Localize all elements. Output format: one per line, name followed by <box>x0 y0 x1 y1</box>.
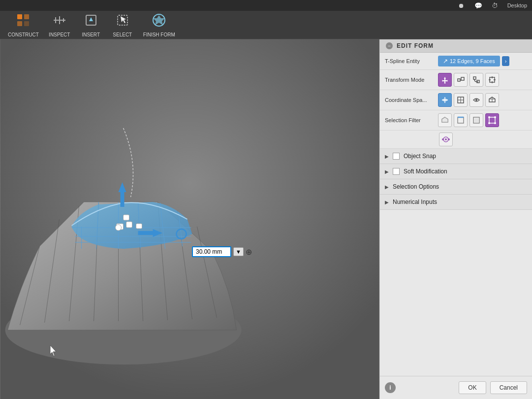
svg-point-77 <box>445 138 447 140</box>
object-snap-section[interactable]: ▶ Object Snap <box>380 149 532 164</box>
transform-scale-btn[interactable] <box>454 73 468 87</box>
svg-point-41 <box>116 225 122 231</box>
svg-point-73 <box>494 116 496 118</box>
tspline-entity-row: T-Spline Entity ↗ 12 Edges, 9 Faces › <box>380 53 532 70</box>
svg-marker-66 <box>442 117 448 122</box>
construct-label: CONSTRUCT <box>8 32 39 37</box>
cancel-button[interactable]: Cancel <box>490 381 527 394</box>
soft-modification-checkbox[interactable] <box>393 168 400 175</box>
svg-rect-70 <box>474 118 478 122</box>
measure-unit-dropdown[interactable]: ▼ <box>233 247 244 256</box>
selection-filter-extra-row <box>380 131 532 149</box>
svg-point-74 <box>494 122 496 124</box>
top-bar: ⏺ 💬 ⏱ Desktop <box>0 0 532 11</box>
inspect-icon <box>52 12 67 31</box>
svg-rect-39 <box>136 224 142 229</box>
tspline-value-text: 12 Edges, 9 Faces <box>450 58 495 64</box>
coord-custom-btn[interactable] <box>485 93 499 107</box>
object-snap-checkbox[interactable] <box>393 153 400 160</box>
panel-header: – EDIT FORM <box>380 39 532 53</box>
soft-modification-arrow: ▶ <box>385 169 389 174</box>
svg-point-75 <box>488 122 490 124</box>
object-snap-arrow: ▶ <box>385 154 389 159</box>
svg-rect-45 <box>461 77 464 80</box>
ok-button[interactable]: OK <box>459 381 486 394</box>
clock-icon[interactable]: ⏱ <box>491 1 500 10</box>
transform-move-btn[interactable] <box>438 73 452 87</box>
viewport[interactable]: 30.00 mm ▼ ⊕ <box>0 39 379 399</box>
selection-options-section[interactable]: ▶ Selection Options <box>380 179 532 195</box>
tspline-expand-button[interactable]: › <box>502 56 510 66</box>
finish-form-label: FINISH FORM <box>143 32 175 37</box>
selection-filter-row: Selection Filter <box>380 110 532 131</box>
selection-filter-label: Selection Filter <box>385 117 434 123</box>
transform-mode-row: Transform Mode <box>380 70 532 90</box>
tspline-controls: ↗ 12 Edges, 9 Faces › <box>438 56 509 66</box>
svg-rect-2 <box>17 21 22 26</box>
svg-marker-11 <box>121 16 126 23</box>
transform-mode-controls <box>438 73 499 87</box>
toolbar: CONSTRUCT INSPECT INSERT <box>0 11 532 39</box>
tspline-value-button[interactable]: ↗ 12 Edges, 9 Faces <box>438 56 500 66</box>
insert-icon <box>83 12 99 31</box>
transform-rotate-btn[interactable] <box>469 73 483 87</box>
select-icon <box>115 12 130 31</box>
coord-world-btn[interactable] <box>454 93 468 107</box>
desktop-label: Desktop <box>507 2 527 8</box>
info-button[interactable]: i <box>385 382 396 393</box>
filter-face-btn[interactable] <box>469 113 483 127</box>
chat-icon[interactable]: 💬 <box>474 1 483 10</box>
coordinate-space-controls <box>438 93 499 107</box>
construct-icon <box>15 12 31 31</box>
selection-options-arrow: ▶ <box>385 184 389 190</box>
svg-rect-38 <box>126 222 132 228</box>
numerical-inputs-section[interactable]: ▶ Numerical Inputs <box>380 195 532 210</box>
filter-vertex-face-btn[interactable] <box>485 113 499 127</box>
construct-toolbar-group[interactable]: CONSTRUCT <box>4 10 43 39</box>
insert-label: INSERT <box>82 32 100 37</box>
coord-view-btn[interactable] <box>469 93 483 107</box>
svg-rect-3 <box>24 21 29 26</box>
soft-modification-title: Soft Modification <box>404 168 447 175</box>
svg-rect-71 <box>489 117 495 123</box>
finish-form-icon <box>151 12 167 31</box>
finish-form-toolbar-group[interactable]: FINISH FORM <box>139 10 179 39</box>
svg-rect-44 <box>458 79 460 81</box>
filter-extra-btn[interactable] <box>439 133 453 146</box>
select-label: SELECT <box>113 32 132 37</box>
svg-marker-13 <box>153 15 165 25</box>
numerical-inputs-arrow: ▶ <box>385 200 389 205</box>
filter-body-btn[interactable] <box>438 113 452 127</box>
svg-rect-1 <box>24 14 29 19</box>
svg-point-79 <box>448 138 450 140</box>
svg-rect-67 <box>458 117 464 123</box>
selection-options-title: Selection Options <box>393 183 439 190</box>
record-icon[interactable]: ⏺ <box>457 1 466 10</box>
model-area <box>0 39 379 399</box>
coordinate-space-label: Coordinate Spa... <box>385 97 434 103</box>
numerical-inputs-title: Numerical Inputs <box>393 199 437 205</box>
right-panel: – EDIT FORM T-Spline Entity ↗ 12 Edges, … <box>379 39 532 399</box>
coord-local-btn[interactable] <box>438 93 452 107</box>
selection-filter-controls <box>438 113 499 127</box>
select-toolbar-group[interactable]: SELECT <box>108 10 137 39</box>
inspect-label: INSPECT <box>49 32 70 37</box>
soft-modification-section[interactable]: ▶ Soft Modification <box>380 164 532 179</box>
svg-point-61 <box>475 99 477 101</box>
measure-settings-icon[interactable]: ⊕ <box>246 247 252 257</box>
svg-marker-43 <box>442 77 448 84</box>
svg-rect-0 <box>17 14 22 19</box>
filter-edge-btn[interactable] <box>454 113 468 127</box>
svg-rect-40 <box>124 215 129 220</box>
svg-point-72 <box>488 116 490 118</box>
inspect-toolbar-group[interactable]: INSPECT <box>45 10 74 39</box>
tspline-entity-label: T-Spline Entity <box>385 58 434 64</box>
svg-marker-9 <box>89 17 93 21</box>
coordinate-space-row: Coordinate Spa... <box>380 90 532 110</box>
insert-toolbar-group[interactable]: INSERT <box>76 10 106 39</box>
object-snap-title: Object Snap <box>404 153 436 160</box>
svg-point-78 <box>442 138 444 140</box>
transform-combined-btn[interactable] <box>485 73 499 87</box>
measure-input-group[interactable]: 30.00 mm ▼ ⊕ <box>192 246 252 257</box>
measure-value-input[interactable]: 30.00 mm <box>192 246 231 257</box>
